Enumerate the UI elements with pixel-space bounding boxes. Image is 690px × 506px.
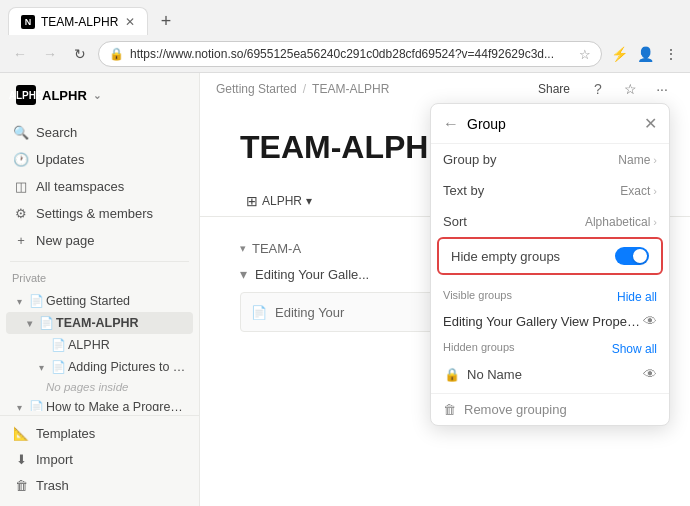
sidebar-import-label: Import: [36, 452, 73, 467]
remove-trash-icon: 🗑: [443, 402, 456, 417]
back-button[interactable]: ←: [8, 42, 32, 66]
extensions-icon[interactable]: ⚡: [608, 43, 630, 65]
tree-item-label: No pages inside: [46, 381, 128, 393]
text-by-label: Text by: [443, 183, 620, 198]
page-icon: 📄: [38, 315, 54, 331]
browser-actions: ⚡ 👤 ⋮: [608, 43, 682, 65]
sidebar-tree: ▾ 📄 Getting Started ▾ 📄 TEAM-ALPHR ▸ 📄 A…: [0, 288, 199, 411]
sidebar-item-settings[interactable]: ⚙ Settings & members: [6, 200, 193, 226]
db-source-btn[interactable]: ⊞ ALPHR ▾: [240, 191, 318, 211]
tree-item-team-alphr[interactable]: ▾ 📄 TEAM-ALPHR: [6, 312, 193, 334]
hidden-eye-icon[interactable]: 👁: [643, 366, 657, 382]
group-panel: ← Group ✕ Group by Name › Text by Exact …: [430, 103, 670, 426]
hide-all-button[interactable]: Hide all: [617, 290, 657, 304]
hide-empty-toggle[interactable]: [615, 247, 649, 265]
group-panel-back-btn[interactable]: ←: [443, 115, 459, 133]
tab-close-btn[interactable]: ✕: [125, 15, 135, 29]
help-icon[interactable]: ?: [586, 77, 610, 101]
share-button[interactable]: Share: [530, 79, 578, 99]
eye-icon[interactable]: 👁: [643, 313, 657, 329]
sidebar-nav: 🔍 Search 🕐 Updates ◫ All teamspaces ⚙ Se…: [0, 117, 199, 255]
hide-empty-groups-section: Hide empty groups: [437, 237, 663, 275]
sidebar-item-trash[interactable]: 🗑 Trash: [6, 472, 193, 498]
sidebar-templates-label: Templates: [36, 426, 95, 441]
sidebar-divider: [10, 261, 189, 262]
sidebar-item-updates[interactable]: 🕐 Updates: [6, 146, 193, 172]
lock-icon: 🔒: [109, 47, 124, 61]
tree-item-progress[interactable]: ▾ 📄 How to Make a Progres...: [6, 396, 193, 411]
address-bar[interactable]: 🔒 https://www.notion.so/6955125ea56240c2…: [98, 41, 602, 67]
tree-item-getting-started[interactable]: ▾ 📄 Getting Started: [6, 290, 193, 312]
tree-item-label: Adding Pictures to Yo...: [68, 360, 187, 374]
workspace-icon: ALPHR: [16, 85, 36, 105]
text-by-value: Exact ›: [620, 184, 657, 198]
sidebar-item-teamspaces[interactable]: ◫ All teamspaces: [6, 173, 193, 199]
forward-button[interactable]: →: [38, 42, 62, 66]
sidebar-item-import[interactable]: ⬇ Import: [6, 446, 193, 472]
page-icon: 📄: [50, 337, 66, 353]
search-icon: 🔍: [12, 123, 30, 141]
tree-item-alphr[interactable]: ▸ 📄 ALPHR: [6, 334, 193, 356]
visible-groups-label: Visible groups: [443, 289, 512, 301]
group-by-value: Name ›: [618, 153, 657, 167]
teamspaces-icon: ◫: [12, 177, 30, 195]
group-panel-title: Group: [467, 116, 644, 132]
db-source-chevron: ▾: [306, 194, 312, 208]
group-by-chevron: ›: [653, 154, 657, 166]
breadcrumb-getting-started[interactable]: Getting Started: [216, 82, 297, 96]
item-icon: ▾: [240, 266, 247, 282]
settings-icon: ⚙: [12, 204, 30, 222]
tree-item-label: Getting Started: [46, 294, 130, 308]
hidden-item-name: No Name: [467, 367, 643, 382]
sidebar-item-newpage[interactable]: + New page: [6, 227, 193, 253]
show-all-button[interactable]: Show all: [612, 342, 657, 356]
import-icon: ⬇: [12, 450, 30, 468]
tree-item-label: TEAM-ALPHR: [56, 316, 139, 330]
tree-item-adding-pictures[interactable]: ▾ 📄 Adding Pictures to Yo...: [6, 356, 193, 378]
db-source-label: ALPHR: [262, 194, 302, 208]
refresh-button[interactable]: ↻: [68, 42, 92, 66]
sort-row[interactable]: Sort Alphabetical ›: [431, 206, 669, 237]
top-bar: Getting Started / TEAM-ALPHR Share ? ☆ ·…: [200, 73, 690, 105]
expand-icon: ▾: [12, 400, 26, 411]
remove-grouping-btn[interactable]: 🗑 Remove grouping: [431, 393, 669, 425]
page-icon: 📄: [50, 359, 66, 375]
menu-icon[interactable]: ⋮: [660, 43, 682, 65]
main-content: Getting Started / TEAM-ALPHR Share ? ☆ ·…: [200, 73, 690, 506]
bookmark-icon[interactable]: ☆: [618, 77, 642, 101]
hide-empty-groups-row[interactable]: Hide empty groups: [439, 239, 661, 273]
profile-icon[interactable]: 👤: [634, 43, 656, 65]
app: ALPHR ALPHR ⌄ 🔍 Search 🕐 Updates ◫ All t…: [0, 73, 690, 506]
updates-icon: 🕐: [12, 150, 30, 168]
star-icon: ☆: [579, 47, 591, 62]
active-tab[interactable]: N TEAM-ALPHR ✕: [8, 7, 148, 35]
expand-icon: ▾: [34, 360, 48, 374]
sidebar-private-label: Private: [0, 268, 199, 288]
section-expand-icon[interactable]: ▾: [240, 242, 246, 255]
more-icon[interactable]: ···: [650, 77, 674, 101]
page-icon: 📄: [28, 399, 44, 411]
sort-chevron: ›: [653, 216, 657, 228]
sidebar-newpage-label: New page: [36, 233, 95, 248]
group-panel-header: ← Group ✕: [431, 104, 669, 144]
sidebar-settings-label: Settings & members: [36, 206, 153, 221]
remove-grouping-label: Remove grouping: [464, 402, 567, 417]
text-by-row[interactable]: Text by Exact ›: [431, 175, 669, 206]
hidden-groups-section: Hidden groups Show all: [431, 335, 669, 359]
hidden-groups-label: Hidden groups: [443, 341, 515, 353]
breadcrumb-team-alphr[interactable]: TEAM-ALPHR: [312, 82, 389, 96]
gallery-card-icon: 📄: [251, 305, 267, 320]
workspace-name[interactable]: ALPHR ALPHR ⌄: [10, 81, 189, 109]
sidebar-item-templates[interactable]: 📐 Templates: [6, 420, 193, 446]
expand-icon: ▾: [22, 316, 36, 330]
sidebar-teamspaces-label: All teamspaces: [36, 179, 124, 194]
templates-icon: 📐: [12, 424, 30, 442]
expand-icon: ▾: [12, 294, 26, 308]
group-panel-close-btn[interactable]: ✕: [644, 114, 657, 133]
sort-label: Sort: [443, 214, 585, 229]
sidebar: ALPHR ALPHR ⌄ 🔍 Search 🕐 Updates ◫ All t…: [0, 73, 200, 506]
group-by-row[interactable]: Group by Name ›: [431, 144, 669, 175]
sidebar-item-search[interactable]: 🔍 Search: [6, 119, 193, 145]
breadcrumb-sep: /: [303, 82, 306, 96]
new-tab-button[interactable]: +: [152, 7, 180, 35]
